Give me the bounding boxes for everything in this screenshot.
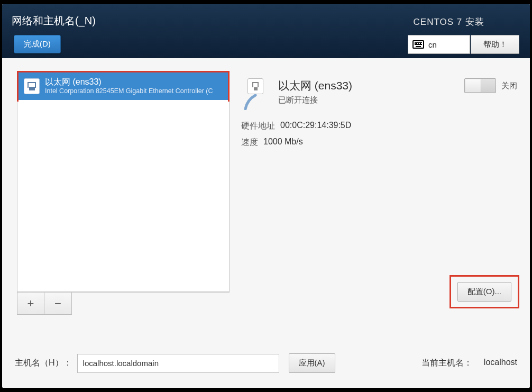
done-button[interactable]: 完成(D) [14, 35, 61, 53]
speed-row: 速度 1000 Mb/s [241, 137, 517, 148]
speed-label: 速度 [241, 137, 258, 148]
hw-address-value: 00:0C:29:14:39:5D [280, 121, 351, 132]
ethernet-port-icon [247, 78, 263, 94]
keyboard-layout-label: cn [428, 40, 437, 49]
speed-value: 1000 Mb/s [263, 137, 303, 148]
device-detail-panel: 以太网 (ens33) 已断开连接 关闭 硬件地址 00:0C:29:14:39… [240, 78, 517, 153]
connection-toggle-switch[interactable] [464, 78, 496, 93]
configure-highlight-frame: 配置(O)... [450, 275, 519, 308]
hw-address-label: 硬件地址 [241, 121, 275, 132]
network-hostname-spoke: 网络和主机名(_N) 完成(D) CENTOS 7 安装 cn 帮助！ 以太网 … [2, 4, 530, 388]
hostname-apply-button[interactable]: 应用(A) [289, 353, 335, 373]
distribution-banner: CENTOS 7 安装 [414, 16, 484, 28]
remove-device-button[interactable]: − [44, 293, 72, 315]
device-list-toolbar: + − [17, 292, 230, 315]
keyboard-icon [412, 40, 424, 49]
device-item-text: 以太网 (ens33) Intel Corporation 82545EM Gi… [45, 77, 213, 96]
device-list-highlight-frame: 以太网 (ens33) Intel Corporation 82545EM Gi… [17, 71, 230, 102]
device-list-empty-area[interactable] [17, 102, 230, 292]
hostname-row: 主机名（H）： 应用(A) 当前主机名： localhost [15, 353, 517, 373]
device-list-item[interactable]: 以太网 (ens33) Intel Corporation 82545EM Gi… [19, 72, 228, 100]
device-detail-title: 以太网 (ens33) [278, 78, 352, 93]
connection-toggle-label: 关闭 [501, 81, 517, 91]
spoke-body: 以太网 (ens33) Intel Corporation 82545EM Gi… [2, 58, 530, 388]
device-detail-header: 以太网 (ens33) 已断开连接 关闭 [240, 78, 517, 110]
add-device-button[interactable]: + [17, 293, 44, 315]
help-button[interactable]: 帮助！ [471, 35, 519, 54]
device-detail-status: 已断开连接 [278, 95, 352, 105]
toggle-thumb [465, 79, 481, 92]
device-detail-title-block: 以太网 (ens33) 已断开连接 [278, 78, 352, 105]
hostname-input[interactable] [77, 354, 279, 373]
current-hostname-block: 当前主机名： localhost [421, 358, 517, 369]
connection-toggle-row: 关闭 [464, 78, 517, 93]
ethernet-icon [24, 78, 40, 94]
device-list-panel: 以太网 (ens33) Intel Corporation 82545EM Gi… [17, 71, 230, 315]
hw-address-row: 硬件地址 00:0C:29:14:39:5D [241, 121, 517, 132]
disconnected-cable-icon [244, 94, 267, 110]
device-properties: 硬件地址 00:0C:29:14:39:5D 速度 1000 Mb/s [241, 121, 517, 148]
configure-button[interactable]: 配置(O)... [457, 282, 511, 302]
keyboard-layout-indicator[interactable]: cn [408, 35, 470, 54]
current-hostname-label: 当前主机名： [421, 358, 472, 369]
page-title: 网络和主机名(_N) [12, 14, 96, 28]
hostname-label: 主机名（H）： [15, 358, 72, 369]
connection-status-icon [240, 78, 271, 110]
current-hostname-value: localhost [484, 358, 517, 369]
anaconda-header: 网络和主机名(_N) 完成(D) CENTOS 7 安装 cn 帮助！ [2, 4, 530, 58]
device-item-name: 以太网 (ens33) [45, 77, 213, 87]
device-item-description: Intel Corporation 82545EM Gigabit Ethern… [45, 87, 213, 96]
